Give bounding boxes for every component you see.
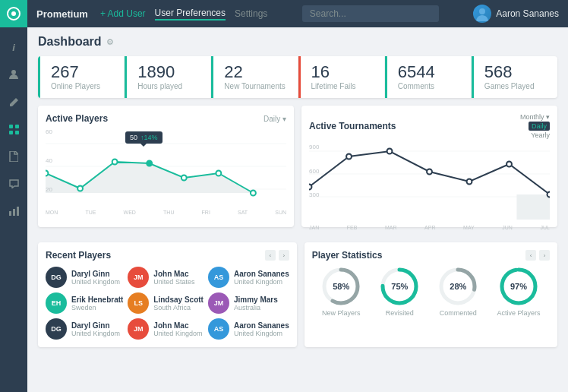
add-user-button[interactable]: + Add User	[100, 8, 146, 19]
avatar: EH	[46, 292, 67, 314]
chart-tooltip: 50 ↑14%	[125, 131, 163, 147]
player-name: Lindsay Scott	[153, 296, 204, 304]
svg-rect-6	[15, 131, 19, 134]
stat-cards: 267 Online Players 1890 Hours played 22 …	[38, 56, 557, 98]
svg-point-16	[77, 186, 83, 191]
card-navigation: ‹ ›	[525, 250, 550, 261]
player-name: Aaron Sananes	[234, 270, 289, 278]
donut-percentage: 97%	[510, 282, 527, 291]
list-item[interactable]: AS Aaron Sananes United Kingdom	[208, 318, 289, 340]
stats-grid: 58% New Players 75% Revisited 28% Commen…	[312, 267, 550, 317]
tournament-filter[interactable]: Monthly ▾ Daily Yearly	[520, 113, 550, 139]
active-tournaments-chart: Active Tournaments Monthly ▾ Daily Yearl…	[301, 106, 557, 227]
player-country: United Kingdom	[153, 330, 204, 337]
stat-value: 22	[224, 64, 286, 81]
svg-point-28	[387, 149, 393, 154]
svg-point-10	[479, 8, 485, 14]
svg-point-21	[251, 191, 256, 196]
next-button[interactable]: ›	[279, 250, 289, 261]
page-settings-icon[interactable]: ⚙	[106, 37, 114, 47]
svg-rect-3	[9, 125, 13, 128]
avatar: JM	[128, 267, 149, 288]
chart-title: Active Tournaments	[309, 121, 396, 131]
list-item[interactable]: DG Daryl Ginn United Kingdom	[46, 318, 123, 340]
svg-rect-9	[17, 207, 19, 216]
stat-label: New Tournaments	[224, 82, 286, 90]
chart-filter-daily[interactable]: Daily ▾	[263, 115, 286, 123]
next-button[interactable]: ›	[539, 250, 550, 261]
user-menu[interactable]: Aaron Sananes	[473, 5, 559, 23]
bottom-row: Recent Players ‹ › DG Daryl Ginn United …	[38, 242, 557, 347]
nav-settings[interactable]: Settings	[235, 8, 267, 19]
chart-title: Active Players	[46, 113, 108, 124]
player-country: United Kingdom	[71, 278, 123, 286]
svg-point-31	[506, 162, 512, 167]
list-item[interactable]: JM John Mac United Kingdom	[128, 318, 204, 340]
player-country: United Kingdom	[71, 330, 123, 337]
navbar: Prometium + Add User User Preferences Se…	[27, 0, 568, 27]
stat-lifetime-fails: 16 Lifetime Fails	[298, 56, 385, 98]
list-item[interactable]: JM John Mac United States	[128, 267, 204, 288]
list-item[interactable]: AS Aaron Sananes United Kingdom	[208, 267, 289, 288]
svg-rect-4	[15, 125, 19, 128]
stat-label: Comments	[398, 82, 460, 90]
info-icon[interactable]: i	[0, 33, 27, 61]
stat-value: 1890	[137, 64, 200, 81]
svg-rect-25	[516, 194, 550, 220]
active-players-chart-area: 50 ↑14% 60 40 20 MON TUE	[46, 128, 286, 204]
prev-button[interactable]: ‹	[525, 250, 536, 261]
avatar: JM	[208, 292, 229, 314]
chart-header: Active Tournaments Monthly ▾ Daily Yearl…	[309, 113, 550, 139]
svg-rect-8	[13, 209, 15, 216]
svg-point-26	[309, 185, 311, 190]
search-container	[276, 5, 464, 22]
stat-online-players: 267 Online Players	[38, 56, 125, 98]
svg-point-29	[427, 169, 432, 175]
donut-chart-item: 28% Commented	[438, 267, 478, 317]
prev-button[interactable]: ‹	[265, 250, 276, 261]
active-tournaments-chart-area: JAN FEB MAR APR MAY JUN JUL 900 600 300	[309, 144, 550, 220]
user-icon[interactable]	[0, 61, 27, 88]
donut-chart-item: 58% New Players	[321, 267, 361, 317]
stat-label: Lifetime Fails	[311, 82, 374, 90]
search-input[interactable]	[302, 5, 439, 22]
donut-container: 58%	[321, 267, 361, 306]
donut-percentage: 75%	[391, 282, 408, 291]
edit-icon[interactable]	[0, 88, 27, 115]
list-item[interactable]: EH Erik Henebratt Sweden	[46, 292, 123, 314]
stat-games-played: 568 Games Played	[472, 56, 557, 98]
stat-value: 6544	[398, 64, 460, 81]
donut-chart-item: 75% Revisited	[380, 267, 419, 317]
player-name: John Mac	[153, 321, 204, 330]
list-item[interactable]: DG Daryl Ginn United Kingdom	[46, 267, 123, 288]
avatar: LS	[128, 292, 149, 314]
donut-container: 28%	[438, 267, 478, 306]
file-icon[interactable]	[0, 143, 27, 170]
page-header: Dashboard ⚙	[38, 35, 557, 49]
avatar: DG	[46, 267, 67, 288]
list-item[interactable]: LS Lindsay Scott South Africa	[128, 292, 204, 314]
brand-logo[interactable]	[0, 0, 27, 27]
user-avatar	[473, 5, 491, 23]
svg-point-2	[11, 70, 16, 74]
avatar: DG	[46, 318, 67, 340]
player-name: Aaron Sananes	[234, 321, 289, 330]
stat-value: 267	[51, 64, 113, 81]
list-item[interactable]: JM Jimmy Mars Australia	[208, 292, 289, 314]
main-content: Prometium + Add User User Preferences Se…	[27, 0, 568, 392]
player-name: Jimmy Mars	[234, 296, 289, 304]
player-country: Sweden	[71, 304, 123, 311]
chat-icon[interactable]	[0, 170, 27, 198]
svg-point-1	[11, 11, 16, 16]
stat-label: Games Played	[484, 82, 547, 90]
nav-user-preferences[interactable]: User Preferences	[155, 8, 226, 21]
sidebar: i	[0, 0, 27, 392]
player-country: United States	[153, 278, 204, 286]
donut-label: New Players	[322, 309, 361, 317]
avatar: JM	[128, 318, 149, 340]
grid-icon[interactable]	[0, 115, 27, 143]
chart-icon[interactable]	[0, 198, 27, 225]
donut-percentage: 28%	[450, 282, 466, 291]
donut-percentage: 58%	[333, 282, 349, 291]
stat-hours-played: 1890 Hours played	[125, 56, 211, 98]
